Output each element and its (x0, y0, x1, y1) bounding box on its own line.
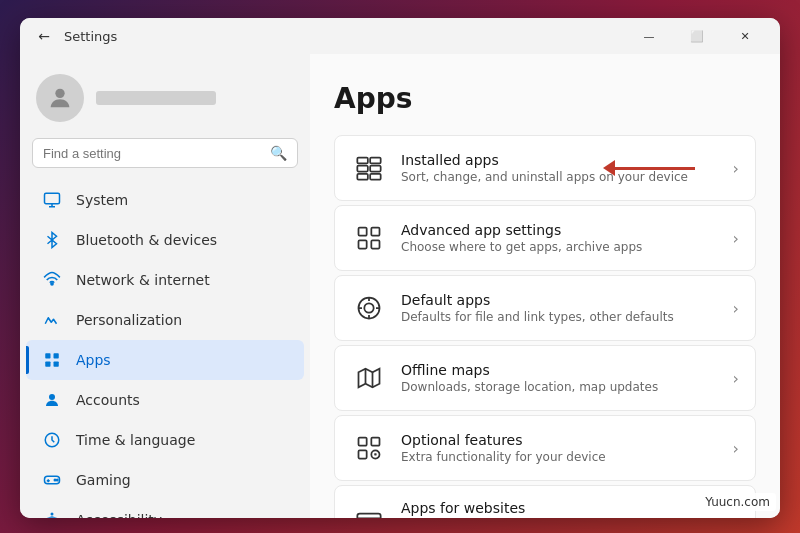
optional-features-desc: Extra functionality for your device (401, 450, 719, 464)
window-controls: — ⬜ ✕ (626, 20, 768, 52)
sidebar-item-bluetooth[interactable]: Bluetooth & devices (26, 220, 304, 260)
svg-rect-29 (357, 514, 380, 518)
settings-window: ← Settings — ⬜ ✕ � (20, 18, 780, 518)
advanced-app-desc: Choose where to get apps, archive apps (401, 240, 719, 254)
installed-apps-item[interactable]: Installed apps Sort, change, and uninsta… (334, 135, 756, 201)
apps-for-websites-title: Apps for websites (401, 500, 719, 516)
svg-point-12 (51, 513, 54, 516)
window-title: Settings (64, 29, 117, 44)
maximize-button[interactable]: ⬜ (674, 20, 720, 52)
sidebar-item-personalization[interactable]: Personalization (26, 300, 304, 340)
advanced-app-chevron: › (733, 229, 739, 248)
sidebar-item-gaming[interactable]: Gaming (26, 460, 304, 500)
advanced-app-text: Advanced app settings Choose where to ge… (401, 222, 719, 254)
svg-rect-26 (371, 438, 379, 446)
default-apps-item[interactable]: Default apps Defaults for file and link … (334, 275, 756, 341)
avatar (36, 74, 84, 122)
sidebar-item-system[interactable]: System (26, 180, 304, 220)
sidebar-item-network-label: Network & internet (76, 272, 210, 288)
bluetooth-icon (42, 230, 62, 250)
sidebar-item-time-label: Time & language (76, 432, 195, 448)
svg-rect-3 (45, 353, 50, 358)
content-area: 🔍 System Bluetooth & device (20, 54, 780, 518)
svg-rect-5 (45, 362, 50, 367)
svg-point-10 (54, 479, 56, 481)
advanced-app-settings-item[interactable]: Advanced app settings Choose where to ge… (334, 205, 756, 271)
optional-features-title: Optional features (401, 432, 719, 448)
sidebar: 🔍 System Bluetooth & device (20, 54, 310, 518)
user-section (20, 66, 310, 138)
svg-rect-13 (357, 158, 368, 164)
svg-rect-22 (371, 240, 379, 248)
offline-maps-item[interactable]: Offline maps Downloads, storage location… (334, 345, 756, 411)
sidebar-item-bluetooth-label: Bluetooth & devices (76, 232, 217, 248)
offline-maps-title: Offline maps (401, 362, 719, 378)
svg-rect-1 (45, 193, 60, 204)
svg-rect-20 (371, 228, 379, 236)
svg-point-2 (51, 283, 53, 285)
default-apps-desc: Defaults for file and link types, other … (401, 310, 719, 324)
default-apps-chevron: › (733, 299, 739, 318)
advanced-app-title: Advanced app settings (401, 222, 719, 238)
close-button[interactable]: ✕ (722, 20, 768, 52)
svg-rect-18 (370, 174, 381, 180)
optional-features-icon (351, 430, 387, 466)
installed-apps-chevron: › (733, 159, 739, 178)
svg-point-0 (55, 89, 64, 98)
default-apps-icon (351, 290, 387, 326)
offline-maps-desc: Downloads, storage location, map updates (401, 380, 719, 394)
sidebar-item-accessibility[interactable]: Accessibility (26, 500, 304, 518)
page-title: Apps (334, 82, 756, 115)
optional-features-chevron: › (733, 439, 739, 458)
apps-for-websites-icon (351, 505, 387, 518)
network-icon (42, 270, 62, 290)
search-input[interactable] (43, 146, 262, 161)
svg-rect-17 (357, 174, 368, 180)
apps-icon (42, 350, 62, 370)
svg-rect-21 (359, 240, 367, 248)
sidebar-item-apps[interactable]: Apps (26, 340, 304, 380)
optional-features-item[interactable]: Optional features Extra functionality fo… (334, 415, 756, 481)
advanced-app-icon (351, 220, 387, 256)
titlebar: ← Settings — ⬜ ✕ (20, 18, 780, 54)
svg-rect-15 (357, 166, 368, 172)
apps-for-websites-chevron: › (733, 514, 739, 519)
system-icon (42, 190, 62, 210)
svg-rect-25 (359, 438, 367, 446)
main-content: Apps Install (310, 54, 780, 518)
offline-maps-chevron: › (733, 369, 739, 388)
sidebar-item-apps-label: Apps (76, 352, 111, 368)
optional-features-text: Optional features Extra functionality fo… (401, 432, 719, 464)
svg-point-24 (364, 303, 373, 312)
sidebar-item-personalization-label: Personalization (76, 312, 182, 328)
svg-rect-6 (54, 362, 59, 367)
search-icon[interactable]: 🔍 (270, 145, 287, 161)
default-apps-title: Default apps (401, 292, 719, 308)
svg-rect-14 (370, 158, 381, 164)
apps-for-websites-text: Apps for websites Websites that can open… (401, 500, 719, 518)
arrow-line (615, 167, 695, 170)
sidebar-item-accounts-label: Accounts (76, 392, 140, 408)
accounts-icon (42, 390, 62, 410)
sidebar-item-system-label: System (76, 192, 128, 208)
sidebar-item-accessibility-label: Accessibility (76, 512, 162, 518)
svg-point-7 (49, 394, 55, 400)
sidebar-item-time[interactable]: Time & language (26, 420, 304, 460)
offline-maps-icon (351, 360, 387, 396)
minimize-button[interactable]: — (626, 20, 672, 52)
offline-maps-text: Offline maps Downloads, storage location… (401, 362, 719, 394)
svg-rect-27 (359, 450, 367, 458)
user-name-placeholder (96, 91, 216, 105)
accessibility-icon (42, 510, 62, 518)
time-icon (42, 430, 62, 450)
svg-rect-16 (370, 166, 381, 172)
sidebar-item-network[interactable]: Network & internet (26, 260, 304, 300)
svg-rect-19 (359, 228, 367, 236)
search-box[interactable]: 🔍 (32, 138, 298, 168)
apps-for-websites-item[interactable]: Apps for websites Websites that can open… (334, 485, 756, 518)
gaming-icon (42, 470, 62, 490)
settings-list: Installed apps Sort, change, and uninsta… (334, 135, 756, 518)
back-button[interactable]: ← (32, 24, 56, 48)
arrow-annotation (604, 160, 695, 176)
sidebar-item-accounts[interactable]: Accounts (26, 380, 304, 420)
